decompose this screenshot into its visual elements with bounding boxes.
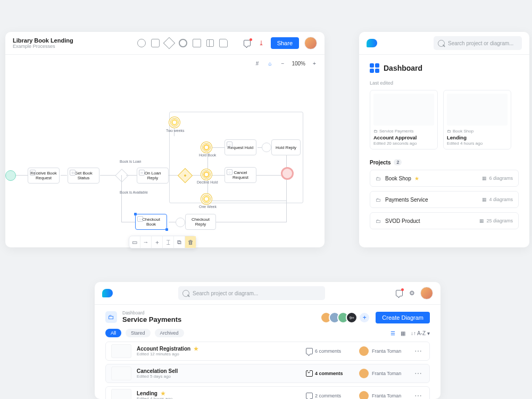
editor-header: Library Book Lending Example Processes ⤓… <box>5 32 325 55</box>
tool-append-icon[interactable]: ＋ <box>152 236 163 248</box>
canvas[interactable]: ✉ Receive Book Request ⚙ Get Book Status… <box>5 70 325 247</box>
diagram-card[interactable]: 🗀Book Shop Lending Edited 4 hours ago <box>443 90 511 149</box>
folder-icon: 🗀 <box>376 197 381 203</box>
collaborators: 9+ + <box>323 312 369 323</box>
diagram-row[interactable]: Cancelation Sell Edited 5 days ago 4 com… <box>105 364 430 383</box>
avatar <box>359 369 369 378</box>
row-menu-icon[interactable]: ⋯ <box>412 347 424 355</box>
project-row[interactable]: 🗀 SVOD Product ▦25 diagrams <box>370 212 519 229</box>
search-input[interactable]: Search project or diagram... <box>434 36 522 50</box>
pool-lane[interactable] <box>169 112 303 203</box>
gateway-book-status[interactable] <box>115 169 128 182</box>
owner[interactable]: Franta Toman <box>359 391 412 399</box>
tool-connect-icon[interactable]: → <box>140 236 152 248</box>
edge-label-loan: Book is Loan <box>120 160 141 163</box>
edge-label-available: Book is Available <box>120 190 148 194</box>
owner[interactable]: Franta Toman <box>359 369 412 378</box>
zoom-out-icon[interactable]: − <box>279 60 286 67</box>
shape-gateway-icon[interactable] <box>163 37 175 49</box>
zoom-level[interactable]: 100% <box>292 61 305 66</box>
task-on-loan-reply[interactable]: ✉ On Loan Reply <box>137 168 169 184</box>
task-cancel-request[interactable]: ☺ Cancel Request <box>225 167 256 183</box>
task-checkout-reply[interactable]: Checkout Reply <box>185 214 216 230</box>
download-icon[interactable]: ⤓ <box>257 39 265 47</box>
grid-icon: ▦ <box>482 176 487 181</box>
diagram-thumbnail <box>111 389 131 399</box>
search-icon <box>438 40 445 47</box>
project-row[interactable]: 🗀 Book Shop ★ ▦6 diagrams <box>370 170 519 187</box>
diagram-thumbnail <box>111 367 131 380</box>
shape-task-icon[interactable] <box>151 39 160 47</box>
avatar-more[interactable]: 9+ <box>346 312 358 323</box>
logo-icon[interactable] <box>102 289 113 297</box>
diagram-row[interactable]: Lending★ Edited 4 hours ago 2 comments F… <box>105 386 430 399</box>
message-icon: ✉ <box>139 170 145 176</box>
project-row[interactable]: 🗀 Payments Service ▦4 diagrams <box>370 191 519 208</box>
task-receive-book-request[interactable]: ✉ Receive Book Request <box>28 168 60 184</box>
owner[interactable]: Franta Toman <box>359 346 412 356</box>
add-collaborator-button[interactable]: + <box>360 313 369 322</box>
task-hold-reply[interactable]: Hold Reply <box>271 139 301 155</box>
comments-count[interactable]: 2 comments <box>306 393 359 399</box>
task-request-hold[interactable]: ☺ Request Hold <box>225 139 256 155</box>
timer-one-week[interactable] <box>202 195 211 203</box>
shape-end-event-icon[interactable] <box>179 39 187 47</box>
message-icon: ✉ <box>30 170 36 176</box>
diagram-breadcrumb[interactable]: Example Processes <box>13 44 73 49</box>
task-get-book-status[interactable]: ⚙ Get Book Status <box>68 168 99 184</box>
shape-data-icon[interactable] <box>193 39 201 47</box>
settings-icon[interactable]: ⚙ <box>408 289 416 297</box>
star-icon[interactable]: ★ <box>194 346 198 352</box>
task-checkout-book[interactable]: ☺ Checkout Book <box>135 214 167 230</box>
event-label: Decline Hold <box>197 180 218 184</box>
shape-event-icon[interactable] <box>137 39 146 47</box>
logo-icon[interactable] <box>367 39 377 47</box>
star-icon[interactable]: ★ <box>414 176 419 181</box>
project-panel: Search project or diagram... ⚙ 🗀 Dashboa… <box>95 282 440 399</box>
tab-archived[interactable]: Archived <box>155 329 184 337</box>
folder-icon: 🗀 <box>373 129 378 134</box>
fit-view-icon[interactable]: ⌂ <box>266 60 273 67</box>
search-input[interactable]: Search project or diagram... <box>178 286 325 300</box>
row-menu-icon[interactable]: ⋯ <box>412 369 424 378</box>
timer-two-weeks[interactable] <box>170 118 179 127</box>
msg-event-decline[interactable] <box>202 170 211 179</box>
msg-intermediate-checkout[interactable] <box>176 218 185 227</box>
section-last-edited: Last edited <box>370 80 519 86</box>
tab-starred[interactable]: Stared <box>126 329 151 337</box>
breadcrumb[interactable]: Dashboard <box>122 310 181 315</box>
tool-text-icon[interactable]: ⌶ <box>163 236 174 248</box>
share-button[interactable]: Share <box>271 37 299 49</box>
diagram-row[interactable]: Account Registration★ Edited 12 minutes … <box>105 342 430 361</box>
comments-icon[interactable] <box>243 39 252 47</box>
diagram-editor: Library Book Lending Example Processes ⤓… <box>5 32 325 247</box>
zoom-in-icon[interactable]: + <box>311 60 318 67</box>
start-event[interactable] <box>5 170 16 181</box>
shape-pool-icon[interactable] <box>206 39 214 47</box>
tab-all[interactable]: All <box>105 329 121 337</box>
diagram-thumbnail <box>111 344 131 358</box>
comments-count[interactable]: 6 comments <box>306 348 359 354</box>
sort-control[interactable]: ↓↑ A-Z ▾ <box>411 330 430 336</box>
msg-event-hold[interactable] <box>202 143 211 152</box>
end-event[interactable] <box>281 167 294 180</box>
comments-icon[interactable] <box>395 289 403 297</box>
tool-delete-icon[interactable]: 🗑 <box>185 236 196 248</box>
shape-document-icon[interactable] <box>219 39 228 47</box>
row-menu-icon[interactable]: ⋯ <box>412 392 424 399</box>
msg-intermediate-hold-reply[interactable] <box>262 143 271 152</box>
diagram-card[interactable]: 🗀Service Payments Account Approval Edite… <box>370 90 438 149</box>
star-icon[interactable]: ★ <box>161 390 165 396</box>
search-icon <box>182 290 189 297</box>
tool-type-icon[interactable]: ▭ <box>129 236 140 248</box>
grid-icon[interactable]: # <box>253 60 261 67</box>
view-list-icon[interactable]: ☰ <box>390 330 395 336</box>
user-avatar[interactable] <box>420 287 433 300</box>
page-title: Dashboard <box>370 63 519 73</box>
view-grid-icon[interactable]: ▦ <box>401 330 405 336</box>
user-icon: ☺ <box>227 169 232 175</box>
tool-copy-icon[interactable]: ⧉ <box>174 236 185 248</box>
user-avatar[interactable] <box>304 37 317 49</box>
create-diagram-button[interactable]: Create Diagram <box>376 312 430 323</box>
comments-count[interactable]: 4 comments <box>306 370 359 377</box>
